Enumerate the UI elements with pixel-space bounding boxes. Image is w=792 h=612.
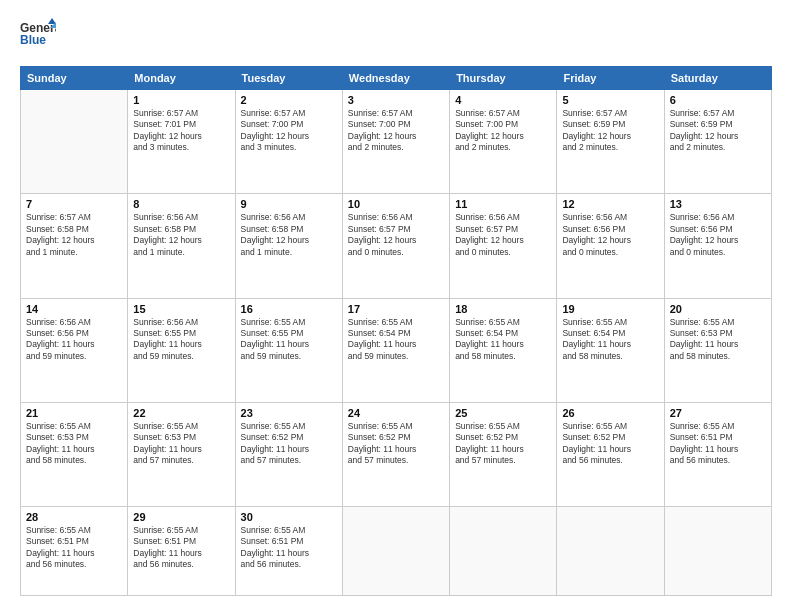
calendar-table: SundayMondayTuesdayWednesdayThursdayFrid…: [20, 66, 772, 596]
day-info: Sunrise: 6:57 AMSunset: 7:00 PMDaylight:…: [348, 108, 444, 154]
weekday-friday: Friday: [557, 67, 664, 90]
calendar-week-1: 7Sunrise: 6:57 AMSunset: 6:58 PMDaylight…: [21, 194, 772, 298]
calendar-cell: 27Sunrise: 6:55 AMSunset: 6:51 PMDayligh…: [664, 402, 771, 506]
calendar-cell: 17Sunrise: 6:55 AMSunset: 6:54 PMDayligh…: [342, 298, 449, 402]
calendar-cell: 21Sunrise: 6:55 AMSunset: 6:53 PMDayligh…: [21, 402, 128, 506]
calendar-cell: [21, 90, 128, 194]
day-info: Sunrise: 6:56 AMSunset: 6:56 PMDaylight:…: [26, 317, 122, 363]
logo: General Blue: [20, 16, 56, 56]
day-info: Sunrise: 6:56 AMSunset: 6:56 PMDaylight:…: [670, 212, 766, 258]
calendar-cell: 2Sunrise: 6:57 AMSunset: 7:00 PMDaylight…: [235, 90, 342, 194]
day-info: Sunrise: 6:57 AMSunset: 6:59 PMDaylight:…: [562, 108, 658, 154]
day-number: 16: [241, 303, 337, 315]
day-number: 15: [133, 303, 229, 315]
weekday-monday: Monday: [128, 67, 235, 90]
day-info: Sunrise: 6:55 AMSunset: 6:52 PMDaylight:…: [348, 421, 444, 467]
day-info: Sunrise: 6:55 AMSunset: 6:51 PMDaylight:…: [670, 421, 766, 467]
logo-icon: General Blue: [20, 16, 56, 56]
day-number: 23: [241, 407, 337, 419]
weekday-saturday: Saturday: [664, 67, 771, 90]
day-info: Sunrise: 6:56 AMSunset: 6:58 PMDaylight:…: [133, 212, 229, 258]
day-info: Sunrise: 6:55 AMSunset: 6:55 PMDaylight:…: [241, 317, 337, 363]
calendar-cell: 13Sunrise: 6:56 AMSunset: 6:56 PMDayligh…: [664, 194, 771, 298]
day-number: 13: [670, 198, 766, 210]
day-number: 12: [562, 198, 658, 210]
calendar-cell: 22Sunrise: 6:55 AMSunset: 6:53 PMDayligh…: [128, 402, 235, 506]
day-number: 3: [348, 94, 444, 106]
day-number: 10: [348, 198, 444, 210]
day-info: Sunrise: 6:57 AMSunset: 7:00 PMDaylight:…: [241, 108, 337, 154]
day-info: Sunrise: 6:57 AMSunset: 7:00 PMDaylight:…: [455, 108, 551, 154]
calendar-cell: 7Sunrise: 6:57 AMSunset: 6:58 PMDaylight…: [21, 194, 128, 298]
day-info: Sunrise: 6:55 AMSunset: 6:54 PMDaylight:…: [455, 317, 551, 363]
day-info: Sunrise: 6:55 AMSunset: 6:52 PMDaylight:…: [562, 421, 658, 467]
calendar-cell: [557, 507, 664, 596]
calendar-week-0: 1Sunrise: 6:57 AMSunset: 7:01 PMDaylight…: [21, 90, 772, 194]
day-number: 17: [348, 303, 444, 315]
day-number: 25: [455, 407, 551, 419]
weekday-sunday: Sunday: [21, 67, 128, 90]
day-number: 9: [241, 198, 337, 210]
day-info: Sunrise: 6:55 AMSunset: 6:53 PMDaylight:…: [133, 421, 229, 467]
day-number: 26: [562, 407, 658, 419]
day-number: 28: [26, 511, 122, 523]
day-number: 30: [241, 511, 337, 523]
day-info: Sunrise: 6:56 AMSunset: 6:56 PMDaylight:…: [562, 212, 658, 258]
day-number: 6: [670, 94, 766, 106]
day-info: Sunrise: 6:55 AMSunset: 6:54 PMDaylight:…: [562, 317, 658, 363]
day-number: 29: [133, 511, 229, 523]
day-info: Sunrise: 6:55 AMSunset: 6:51 PMDaylight:…: [133, 525, 229, 571]
calendar-cell: 30Sunrise: 6:55 AMSunset: 6:51 PMDayligh…: [235, 507, 342, 596]
day-info: Sunrise: 6:56 AMSunset: 6:57 PMDaylight:…: [348, 212, 444, 258]
day-info: Sunrise: 6:56 AMSunset: 6:55 PMDaylight:…: [133, 317, 229, 363]
day-info: Sunrise: 6:55 AMSunset: 6:52 PMDaylight:…: [455, 421, 551, 467]
weekday-header-row: SundayMondayTuesdayWednesdayThursdayFrid…: [21, 67, 772, 90]
calendar-cell: 9Sunrise: 6:56 AMSunset: 6:58 PMDaylight…: [235, 194, 342, 298]
day-info: Sunrise: 6:56 AMSunset: 6:57 PMDaylight:…: [455, 212, 551, 258]
calendar-cell: 10Sunrise: 6:56 AMSunset: 6:57 PMDayligh…: [342, 194, 449, 298]
calendar-cell: 28Sunrise: 6:55 AMSunset: 6:51 PMDayligh…: [21, 507, 128, 596]
calendar-cell: [450, 507, 557, 596]
calendar-cell: 6Sunrise: 6:57 AMSunset: 6:59 PMDaylight…: [664, 90, 771, 194]
calendar-cell: 1Sunrise: 6:57 AMSunset: 7:01 PMDaylight…: [128, 90, 235, 194]
day-number: 7: [26, 198, 122, 210]
calendar-cell: 23Sunrise: 6:55 AMSunset: 6:52 PMDayligh…: [235, 402, 342, 506]
day-number: 24: [348, 407, 444, 419]
calendar-cell: 8Sunrise: 6:56 AMSunset: 6:58 PMDaylight…: [128, 194, 235, 298]
calendar-cell: [342, 507, 449, 596]
calendar-week-4: 28Sunrise: 6:55 AMSunset: 6:51 PMDayligh…: [21, 507, 772, 596]
day-info: Sunrise: 6:57 AMSunset: 6:58 PMDaylight:…: [26, 212, 122, 258]
svg-text:Blue: Blue: [20, 33, 46, 47]
calendar-cell: 3Sunrise: 6:57 AMSunset: 7:00 PMDaylight…: [342, 90, 449, 194]
calendar-cell: 20Sunrise: 6:55 AMSunset: 6:53 PMDayligh…: [664, 298, 771, 402]
day-info: Sunrise: 6:56 AMSunset: 6:58 PMDaylight:…: [241, 212, 337, 258]
weekday-thursday: Thursday: [450, 67, 557, 90]
day-number: 21: [26, 407, 122, 419]
calendar-cell: 29Sunrise: 6:55 AMSunset: 6:51 PMDayligh…: [128, 507, 235, 596]
day-number: 18: [455, 303, 551, 315]
day-info: Sunrise: 6:55 AMSunset: 6:53 PMDaylight:…: [670, 317, 766, 363]
day-info: Sunrise: 6:57 AMSunset: 6:59 PMDaylight:…: [670, 108, 766, 154]
day-number: 8: [133, 198, 229, 210]
day-number: 20: [670, 303, 766, 315]
calendar-cell: 26Sunrise: 6:55 AMSunset: 6:52 PMDayligh…: [557, 402, 664, 506]
calendar-cell: 12Sunrise: 6:56 AMSunset: 6:56 PMDayligh…: [557, 194, 664, 298]
weekday-wednesday: Wednesday: [342, 67, 449, 90]
calendar-cell: 11Sunrise: 6:56 AMSunset: 6:57 PMDayligh…: [450, 194, 557, 298]
calendar-cell: 16Sunrise: 6:55 AMSunset: 6:55 PMDayligh…: [235, 298, 342, 402]
day-info: Sunrise: 6:55 AMSunset: 6:51 PMDaylight:…: [26, 525, 122, 571]
day-info: Sunrise: 6:57 AMSunset: 7:01 PMDaylight:…: [133, 108, 229, 154]
day-number: 14: [26, 303, 122, 315]
calendar-cell: 15Sunrise: 6:56 AMSunset: 6:55 PMDayligh…: [128, 298, 235, 402]
day-info: Sunrise: 6:55 AMSunset: 6:53 PMDaylight:…: [26, 421, 122, 467]
calendar-cell: 4Sunrise: 6:57 AMSunset: 7:00 PMDaylight…: [450, 90, 557, 194]
day-info: Sunrise: 6:55 AMSunset: 6:54 PMDaylight:…: [348, 317, 444, 363]
weekday-tuesday: Tuesday: [235, 67, 342, 90]
day-number: 11: [455, 198, 551, 210]
header: General Blue: [20, 16, 772, 56]
calendar-cell: 24Sunrise: 6:55 AMSunset: 6:52 PMDayligh…: [342, 402, 449, 506]
calendar-cell: [664, 507, 771, 596]
calendar-week-2: 14Sunrise: 6:56 AMSunset: 6:56 PMDayligh…: [21, 298, 772, 402]
day-number: 19: [562, 303, 658, 315]
day-number: 27: [670, 407, 766, 419]
